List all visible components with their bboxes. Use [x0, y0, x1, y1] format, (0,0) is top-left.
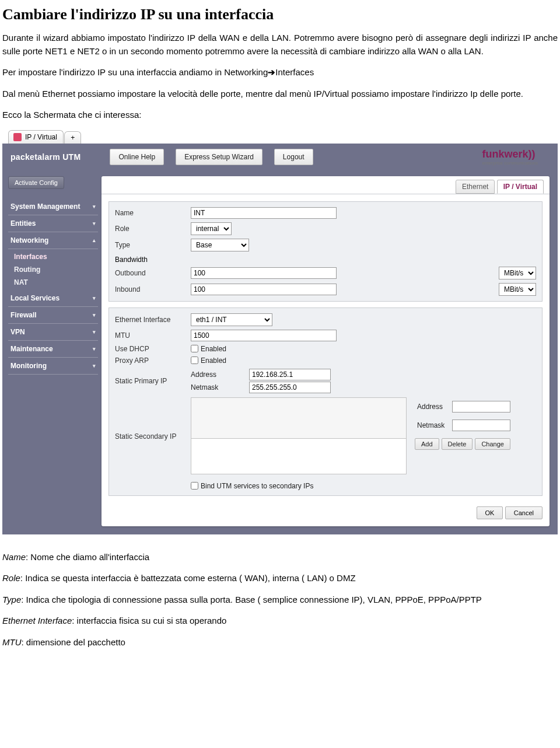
- secondary-ip-list: [191, 397, 407, 474]
- sidebar-item-local-services[interactable]: Local Services▾: [8, 290, 98, 307]
- sidebar: Activate Config System Management▾ Entit…: [2, 170, 102, 398]
- def-type: Type: Indica che tipologia di connession…: [2, 593, 558, 607]
- primary-netmask-label: Netmask: [191, 383, 249, 392]
- static-secondary-ip-label: Static Secondary IP: [115, 397, 191, 441]
- arrow-icon: ➔: [268, 67, 275, 77]
- sidebar-subitem-nat[interactable]: NAT: [8, 276, 98, 289]
- def-role: Role: Indica se questa interfaccia è bat…: [2, 572, 558, 585]
- mtu-input[interactable]: [191, 330, 337, 341]
- ok-button[interactable]: OK: [477, 506, 503, 519]
- sidebar-item-networking[interactable]: Networking▴: [8, 232, 98, 249]
- new-tab-button[interactable]: +: [64, 131, 81, 144]
- panel-interface: Ethernet Interface eth1 / INT MTU Use DH…: [108, 307, 542, 496]
- inbound-label: Inbound: [115, 285, 191, 293]
- def-name: Name: Nome che diamo all'interfaccia: [2, 551, 558, 564]
- change-button[interactable]: Change: [475, 438, 510, 450]
- vendor-logo: funkwerk)) enterprise communications: [482, 148, 550, 166]
- caret-down-icon: ▾: [93, 204, 96, 209]
- caret-down-icon: ▾: [93, 329, 96, 335]
- caret-down-icon: ▾: [93, 346, 96, 352]
- inbound-unit-select[interactable]: MBit/s: [499, 283, 536, 296]
- ethernet-interface-select[interactable]: eth1 / INT: [191, 313, 272, 326]
- topbar: packetalarm UTM Online Help Express Setu…: [2, 144, 558, 170]
- logout-button[interactable]: Logout: [274, 149, 313, 165]
- name-label: Name: [115, 209, 191, 217]
- add-button[interactable]: Add: [415, 438, 439, 450]
- caret-down-icon: ▾: [93, 363, 96, 369]
- bind-services-label: Bind UTM services to secondary IPs: [201, 482, 313, 490]
- browser-tab[interactable]: IP / Virtual: [8, 130, 64, 144]
- role-label: Role: [115, 225, 191, 233]
- browser-tab-label: IP / Virtual: [25, 133, 57, 141]
- express-setup-button[interactable]: Express Setup Wizard: [176, 149, 262, 165]
- name-input[interactable]: [191, 207, 337, 219]
- sidebar-item-firewall[interactable]: Firewall▾: [8, 307, 98, 324]
- role-select[interactable]: internal: [191, 222, 232, 235]
- primary-address-input[interactable]: [249, 369, 331, 380]
- sidebar-item-monitoring[interactable]: Monitoring▾: [8, 358, 98, 375]
- secondary-netmask-label: Netmask: [417, 421, 449, 429]
- caret-up-icon: ▴: [93, 237, 96, 243]
- sidebar-subitem-routing[interactable]: Routing: [8, 263, 98, 276]
- dhcp-checkbox[interactable]: [191, 345, 198, 352]
- secondary-netmask-input[interactable]: [452, 420, 510, 431]
- screenshot-caption: Ecco la Schermata che ci interessa:: [2, 109, 558, 122]
- caret-down-icon: ▾: [93, 221, 96, 226]
- type-select[interactable]: Base: [191, 239, 249, 251]
- inbound-input[interactable]: [191, 284, 337, 295]
- bandwidth-label: Bandwidth: [115, 253, 536, 265]
- tab-favicon-icon: [13, 133, 22, 141]
- nav-instruction: Per impostare l'indirizzo IP su una inte…: [2, 66, 558, 79]
- content-panel: Ethernet IP / Virtual Name Role internal: [102, 176, 550, 526]
- secondary-address-input[interactable]: [452, 401, 510, 413]
- sidebar-item-vpn[interactable]: VPN▾: [8, 324, 98, 341]
- proxy-arp-checkbox[interactable]: [191, 356, 198, 364]
- secondary-address-label: Address: [417, 403, 449, 411]
- type-label: Type: [115, 241, 191, 249]
- online-help-button[interactable]: Online Help: [110, 149, 164, 165]
- panel-general: Name Role internal Type Base Bandwidth: [108, 201, 542, 302]
- menu-description: Dal menù Ethernet possiamo impostare la …: [2, 88, 558, 101]
- tab-ethernet[interactable]: Ethernet: [456, 180, 495, 194]
- bind-services-checkbox[interactable]: [191, 482, 198, 490]
- sidebar-item-system-management[interactable]: System Management▾: [8, 198, 98, 215]
- intro-paragraph: Durante il wizard abbiamo impostato l'in…: [2, 32, 558, 58]
- cancel-button[interactable]: Cancel: [505, 506, 542, 519]
- brand-label: packetalarm UTM: [10, 152, 80, 162]
- sidebar-subitem-interfaces[interactable]: Interfaces: [8, 250, 98, 263]
- activate-config-button[interactable]: Activate Config: [8, 176, 64, 189]
- outbound-label: Outbound: [115, 269, 191, 277]
- primary-netmask-input[interactable]: [249, 382, 331, 393]
- def-eth: Ethernet Interface: interfaccia fisica s…: [2, 614, 558, 628]
- screenshot-container: IP / Virtual + packetalarm UTM Online He…: [2, 130, 558, 534]
- primary-address-label: Address: [191, 370, 249, 379]
- page-title: Cambiare l'indirizzo IP su una interfacc…: [2, 6, 558, 23]
- caret-down-icon: ▾: [93, 312, 96, 318]
- outbound-unit-select[interactable]: MBit/s: [499, 267, 536, 279]
- delete-button[interactable]: Delete: [442, 438, 473, 450]
- caret-down-icon: ▾: [93, 295, 96, 301]
- static-primary-ip-label: Static Primary IP: [115, 377, 191, 385]
- outbound-input[interactable]: [191, 267, 337, 279]
- proxy-arp-label: Proxy ARP: [115, 356, 191, 365]
- sidebar-item-maintenance[interactable]: Maintenance▾: [8, 341, 98, 358]
- sidebar-item-entities[interactable]: Entities▾: [8, 215, 98, 232]
- def-mtu: MTU: dimensione del pacchetto: [2, 636, 558, 649]
- mtu-label: MTU: [115, 331, 191, 340]
- dhcp-label: Use DHCP: [115, 345, 191, 353]
- tab-ip-virtual[interactable]: IP / Virtual: [497, 180, 544, 194]
- ethernet-interface-label: Ethernet Interface: [115, 316, 191, 324]
